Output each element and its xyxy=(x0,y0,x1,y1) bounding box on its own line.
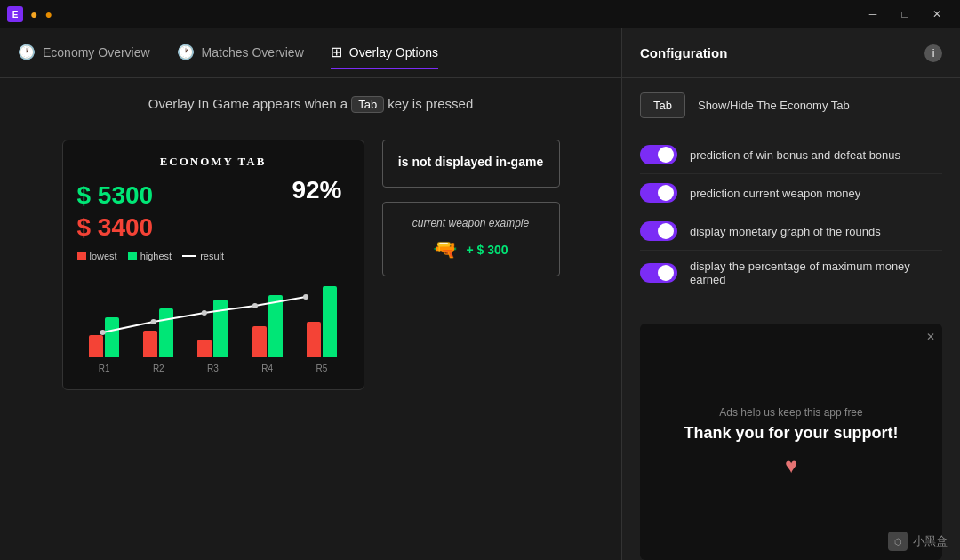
weapon-row: 🔫 + $ 300 xyxy=(397,238,545,261)
config-title: Configuration xyxy=(640,45,727,60)
overlay-hint-prefix: Overlay In Game appears when a xyxy=(148,96,348,111)
toggle-row-1: prediction of win bonus and defeat bonus xyxy=(640,136,942,174)
toggle-switch-4[interactable] xyxy=(640,263,677,283)
ads-thank-text: Thank you for your support! xyxy=(684,424,899,443)
app-icon: E xyxy=(7,6,23,22)
bar-r3-red xyxy=(197,340,212,357)
legend-highest: highest xyxy=(128,251,172,261)
content-area: Overlay In Game appears when a Tab key i… xyxy=(0,78,621,560)
close-button[interactable]: ✕ xyxy=(921,2,953,27)
legend-highest-dot xyxy=(128,252,137,260)
bar-r1-red xyxy=(89,335,103,357)
maximize-button[interactable]: □ xyxy=(889,2,921,27)
window-controls[interactable]: ─ □ ✕ xyxy=(857,2,953,27)
tab-bar: 🕐 Economy Overview 🕐 Matches Overview ⊞ … xyxy=(0,28,621,78)
tab-economy[interactable]: 🕐 Economy Overview xyxy=(18,36,150,69)
tab-key-badge: Tab xyxy=(351,96,384,113)
bar-r4-green xyxy=(268,295,283,357)
weapon-example-label: current weapon example xyxy=(397,217,545,229)
titlebar-yellow-icon: ● xyxy=(30,7,37,21)
tab-overlay-label: Overlay Options xyxy=(349,45,438,60)
config-header: Configuration i xyxy=(622,28,960,78)
weapon-example-box: current weapon example 🔫 + $ 300 xyxy=(382,202,560,276)
toggle-switch-3[interactable] xyxy=(640,221,677,241)
legend-lowest-label: lowest xyxy=(90,251,117,261)
bar-r2-green xyxy=(159,308,173,357)
toggle-row-2: prediction current weapon money xyxy=(640,174,942,212)
titlebar-left: E ● ● xyxy=(7,6,52,22)
bar-group-r2: R2 xyxy=(143,308,173,357)
bar-r5-red xyxy=(307,322,321,357)
right-info: is not displayed in-game current weapon … xyxy=(382,140,560,276)
legend-result-line xyxy=(182,255,196,257)
not-displayed-box: is not displayed in-game xyxy=(382,140,560,188)
overlay-hint-suffix: key is pressed xyxy=(388,96,473,111)
key-display[interactable]: Tab xyxy=(640,92,685,118)
bar-chart: R1 R2 xyxy=(77,268,349,375)
bar-label-r2: R2 xyxy=(153,364,164,373)
key-bind-label: Show/Hide The Economy Tab xyxy=(698,99,850,112)
toggle-slider-4 xyxy=(640,263,677,283)
tab-overlay[interactable]: ⊞ Overlay Options xyxy=(331,36,438,69)
chart-legend: lowest highest result xyxy=(77,251,349,261)
tab-matches-label: Matches Overview xyxy=(202,45,304,60)
weapon-money: + $ 300 xyxy=(466,243,508,257)
economy-preview: Economy Tab $ 5300 $ 3400 92% lowest xyxy=(62,140,364,390)
tab-economy-label: Economy Overview xyxy=(43,45,150,60)
bar-label-r3: R3 xyxy=(207,364,219,373)
toggle-slider-3 xyxy=(640,221,677,241)
overlay-hint: Overlay In Game appears when a Tab key i… xyxy=(148,96,473,113)
economy-tab-icon: 🕐 xyxy=(18,44,36,60)
legend-lowest: lowest xyxy=(77,251,117,261)
bar-group-r3: R3 xyxy=(197,300,228,357)
overlay-tab-icon: ⊞ xyxy=(331,44,342,60)
tab-matches[interactable]: 🕐 Matches Overview xyxy=(177,36,304,69)
legend-lowest-dot xyxy=(77,252,86,260)
minimize-button[interactable]: ─ xyxy=(857,2,889,27)
toggle-label-4: display the percentage of maximum money … xyxy=(690,260,942,286)
toggle-label-1: prediction of win bonus and defeat bonus xyxy=(690,148,900,162)
toggle-switch-1[interactable] xyxy=(640,145,677,164)
watermark: ⬡ 小黑盒 xyxy=(888,532,948,551)
bar-r5-green xyxy=(323,286,337,357)
watermark-text: 小黑盒 xyxy=(913,533,948,549)
preview-row: Economy Tab $ 5300 $ 3400 92% lowest xyxy=(62,140,560,390)
economy-tab-title: Economy Tab xyxy=(77,155,349,169)
bar-r1-green xyxy=(105,317,119,357)
weapon-gun-icon: 🔫 xyxy=(433,238,457,261)
main-layout: 🕐 Economy Overview 🕐 Matches Overview ⊞ … xyxy=(0,28,960,560)
left-panel: 🕐 Economy Overview 🕐 Matches Overview ⊞ … xyxy=(0,28,622,560)
legend-highest-label: highest xyxy=(140,251,172,261)
right-panel: Configuration i Tab Show/Hide The Econom… xyxy=(622,28,960,560)
ads-close-button[interactable]: ✕ xyxy=(926,331,935,343)
watermark-icon: ⬡ xyxy=(888,532,908,551)
not-displayed-text: is not displayed in-game xyxy=(397,155,545,169)
heart-icon: ♥ xyxy=(785,453,797,478)
bar-r2-red xyxy=(143,331,157,357)
bar-r4-red xyxy=(252,326,267,357)
bar-group-r1: R1 xyxy=(89,317,119,357)
toggle-slider-2 xyxy=(640,183,677,203)
legend-result: result xyxy=(182,251,224,261)
bar-label-r4: R4 xyxy=(261,364,273,373)
ads-support-text: Ads help us keep this app free xyxy=(719,406,862,419)
toggle-row-3: display monetary graph of the rounds xyxy=(640,212,942,251)
config-info-icon[interactable]: i xyxy=(924,44,942,62)
bar-group-r5: R5 xyxy=(307,286,337,357)
matches-tab-icon: 🕐 xyxy=(177,44,195,60)
titlebar-orange-icon: ● xyxy=(44,7,52,21)
config-body: Tab Show/Hide The Economy Tab prediction… xyxy=(622,78,960,309)
ads-panel: ✕ Ads help us keep this app free Thank y… xyxy=(640,324,942,560)
toggle-label-2: prediction current weapon money xyxy=(690,187,860,200)
titlebar: E ● ● ─ □ ✕ xyxy=(0,0,960,28)
toggle-row-4: display the percentage of maximum money … xyxy=(640,251,942,295)
bar-group-r4: R4 xyxy=(252,295,283,357)
bar-r3-green xyxy=(213,300,228,357)
toggle-switch-2[interactable] xyxy=(640,183,677,203)
money-red: $ 3400 xyxy=(77,213,349,242)
bar-label-r1: R1 xyxy=(99,364,110,373)
percent-display: 92% xyxy=(292,176,341,204)
legend-result-label: result xyxy=(200,251,224,261)
bar-label-r5: R5 xyxy=(316,364,327,373)
toggle-label-3: display monetary graph of the rounds xyxy=(690,225,881,238)
